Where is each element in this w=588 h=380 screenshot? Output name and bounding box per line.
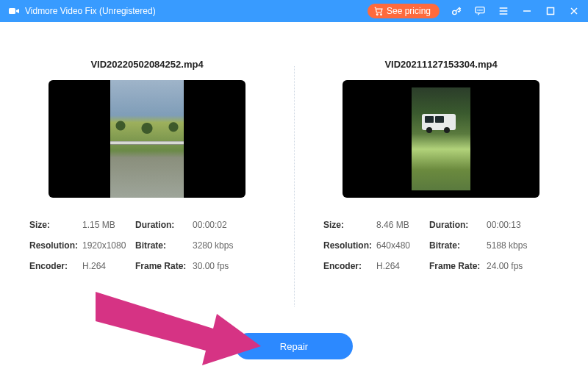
main-content: VID20220502084252.mp4 Size: 1.15 MB Dura… xyxy=(0,22,588,380)
menu-icon[interactable] xyxy=(497,4,510,18)
meta-resolution-value: 640x480 xyxy=(376,240,429,251)
meta-size-label: Size: xyxy=(323,220,376,230)
svg-point-1 xyxy=(376,14,378,15)
maximize-button[interactable] xyxy=(544,4,557,18)
meta-framerate-value: 30.00 fps xyxy=(193,261,245,271)
panel-divider xyxy=(294,66,295,306)
meta-bitrate-label: Bitrate: xyxy=(135,240,193,251)
meta-encoder-label: Encoder: xyxy=(323,261,376,271)
app-logo-icon xyxy=(7,4,21,18)
left-filename: VID20220502084252.mp4 xyxy=(90,59,203,70)
right-filename: VID20211127153304.mp4 xyxy=(384,59,497,70)
close-button[interactable] xyxy=(567,4,581,18)
svg-rect-0 xyxy=(9,8,15,14)
svg-point-5 xyxy=(478,10,478,10)
left-video-thumbnail[interactable] xyxy=(49,80,245,198)
meta-bitrate-value: 5188 kbps xyxy=(487,240,539,251)
meta-duration-label: Duration: xyxy=(135,220,193,230)
minimize-button[interactable] xyxy=(520,4,534,18)
meta-size-value: 8.46 MB xyxy=(376,220,429,230)
meta-duration-value: 00:00:02 xyxy=(193,220,245,230)
repair-button[interactable]: Repair xyxy=(235,333,353,359)
meta-framerate-label: Frame Rate: xyxy=(135,261,193,271)
meta-size-label: Size: xyxy=(29,220,82,230)
titlebar: Vidmore Video Fix (Unregistered) See pri… xyxy=(0,0,588,22)
meta-bitrate-label: Bitrate: xyxy=(429,240,487,251)
meta-resolution-label: Resolution: xyxy=(29,240,82,251)
see-pricing-button[interactable]: See pricing xyxy=(368,4,440,18)
meta-framerate-label: Frame Rate: xyxy=(429,261,487,271)
svg-point-6 xyxy=(480,10,481,10)
svg-point-3 xyxy=(453,10,456,14)
meta-framerate-value: 24.00 fps xyxy=(487,261,539,271)
svg-point-7 xyxy=(481,10,482,10)
meta-duration-value: 00:00:13 xyxy=(487,220,539,230)
meta-duration-label: Duration: xyxy=(429,220,487,230)
meta-resolution-value: 1920x1080 xyxy=(82,240,135,251)
svg-point-2 xyxy=(381,14,382,15)
left-video-panel: VID20220502084252.mp4 Size: 1.15 MB Dura… xyxy=(0,22,294,380)
meta-bitrate-value: 3280 kbps xyxy=(193,240,245,251)
feedback-icon[interactable] xyxy=(473,4,487,18)
meta-encoder-value: H.264 xyxy=(376,261,429,271)
meta-size-value: 1.15 MB xyxy=(82,220,135,230)
right-video-panel: VID20211127153304.mp4 Size: 8.46 MB Dura… xyxy=(294,22,588,380)
svg-rect-8 xyxy=(548,8,554,15)
see-pricing-label: See pricing xyxy=(387,6,431,16)
register-key-icon[interactable] xyxy=(450,4,463,18)
meta-encoder-label: Encoder: xyxy=(29,261,82,271)
meta-resolution-label: Resolution: xyxy=(323,240,376,251)
meta-encoder-value: H.264 xyxy=(82,261,135,271)
right-video-thumbnail[interactable] xyxy=(343,80,539,198)
right-video-frame xyxy=(412,87,470,190)
left-video-frame xyxy=(110,80,184,198)
app-title: Vidmore Video Fix (Unregistered) xyxy=(25,6,156,16)
right-metadata: Size: 8.46 MB Duration: 00:00:13 Resolut… xyxy=(323,220,559,271)
left-metadata: Size: 1.15 MB Duration: 00:00:02 Resolut… xyxy=(29,220,265,271)
